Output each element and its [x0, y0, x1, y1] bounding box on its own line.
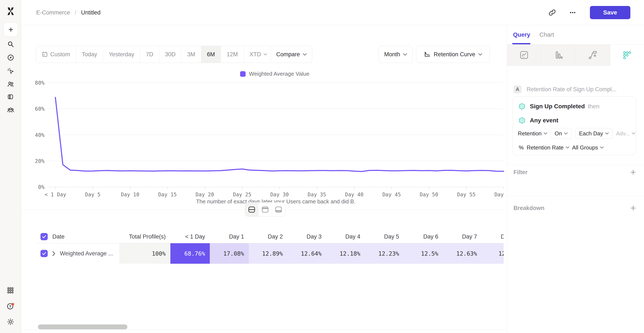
flows-icon: [588, 50, 598, 60]
left-nav-sidebar: ?: [0, 0, 21, 333]
query-step-born-event[interactable]: Sign Up Completed then: [519, 102, 600, 111]
row-label-cell[interactable]: Weighted Average ...: [36, 243, 119, 264]
tab-query[interactable]: Query: [513, 25, 530, 44]
report-type-retention[interactable]: [610, 45, 644, 66]
table-row: Weighted Average ... 100%68.76%17.08%12.…: [36, 243, 504, 264]
range-custom[interactable]: Custom: [36, 46, 76, 63]
date-toolbar: CustomTodayYesterday7D30D3M6M12MXTD Comp…: [21, 46, 507, 63]
layout-table-only-button[interactable]: [272, 203, 285, 216]
retention-cell-day-5[interactable]: 12.23%: [365, 243, 404, 264]
apps-grid-icon[interactable]: [7, 287, 14, 294]
top-header: E-Commerce / Untitled Save: [21, 0, 644, 25]
retention-cell-day-6[interactable]: 12.5%: [404, 243, 443, 264]
compare-button[interactable]: Compare: [271, 46, 312, 63]
y-axis-tick-label: 0%: [38, 184, 44, 190]
tab-chart[interactable]: Chart: [540, 25, 554, 44]
query-title[interactable]: Retention Rate of Sign Up Compl...: [527, 86, 616, 93]
select-all-checkbox[interactable]: [40, 233, 48, 240]
horizontal-scrollbar-thumb[interactable]: [38, 324, 127, 329]
range-12m[interactable]: 12M: [221, 46, 244, 63]
retention-cell-day-1[interactable]: 17.08%: [210, 243, 249, 264]
retention-cell-day-8[interactable]: 12.4%: [482, 243, 504, 264]
column-header-day-6[interactable]: Day 6: [404, 230, 443, 243]
step-badge: A: [514, 85, 522, 93]
range-today[interactable]: Today: [76, 46, 103, 63]
x-axis-tick-label: Day 35: [308, 192, 326, 198]
column-header-day-5[interactable]: Day 5: [365, 230, 404, 243]
chevron-down-icon: [605, 132, 609, 135]
legend-swatch: [240, 71, 246, 77]
date-column-header[interactable]: Date: [36, 230, 119, 243]
bucket-dropdown[interactable]: Each Day: [575, 128, 613, 139]
column-header-day-8[interactable]: Day 8: [482, 230, 504, 243]
retention-curve-icon: [424, 51, 430, 58]
retention-series-line[interactable]: [55, 97, 504, 172]
mixpanel-logo[interactable]: [6, 7, 15, 16]
column-header-day-3[interactable]: Day 3: [288, 230, 326, 243]
column-header--1-day[interactable]: < 1 Day: [170, 230, 210, 243]
column-header-day-1[interactable]: Day 1: [210, 230, 249, 243]
retention-type-dropdown[interactable]: Retention: [518, 130, 547, 137]
cohorts-group-icon[interactable]: [7, 106, 14, 113]
granularity-button[interactable]: Month: [379, 46, 412, 63]
report-type-flows[interactable]: [576, 45, 610, 66]
x-axis-tick-label: Day 15: [158, 192, 177, 198]
x-axis-tick-label: Day 10: [121, 192, 139, 198]
breadcrumb-project[interactable]: E-Commerce: [36, 9, 70, 16]
range-3m[interactable]: 3M: [182, 46, 201, 63]
groups-dropdown[interactable]: All Groups: [572, 144, 604, 151]
retention-cell-day-7[interactable]: 12.63%: [443, 243, 482, 264]
funnels-icon: [554, 50, 563, 60]
expand-row-icon[interactable]: [52, 251, 55, 256]
help-icon[interactable]: ?: [6, 302, 15, 311]
table-only-icon: [275, 206, 282, 213]
copy-link-icon[interactable]: [546, 7, 558, 19]
metric-dropdown[interactable]: Retention Rate: [527, 144, 569, 151]
retention-cell-day-4[interactable]: 12.18%: [326, 243, 365, 264]
add-filter-button[interactable]: [628, 168, 638, 177]
query-step-return-event[interactable]: Any event: [519, 116, 558, 125]
chevron-down-icon: [303, 53, 307, 56]
range-7d[interactable]: 7D: [140, 46, 159, 63]
retention-cell--1-day[interactable]: 68.76%: [170, 243, 210, 264]
chart-legend[interactable]: Weighted Average Value: [240, 71, 309, 77]
y-axis-tick-label: 20%: [35, 158, 44, 164]
retention-cell-day-2[interactable]: 12.89%: [249, 243, 288, 264]
chart-type-button[interactable]: Retention Curve: [416, 46, 490, 63]
settings-gear-icon[interactable]: [7, 318, 14, 325]
events-cursor-icon[interactable]: [7, 67, 14, 75]
layout-split-view-button[interactable]: [245, 203, 258, 216]
column-header-day-7[interactable]: Day 7: [443, 230, 482, 243]
discover-compass-icon[interactable]: [7, 54, 14, 61]
plus-icon: [630, 169, 637, 176]
layout-chart-only-button[interactable]: [258, 203, 272, 216]
y-axis-tick-label: 80%: [35, 80, 44, 86]
range-yesterday[interactable]: Yesterday: [103, 46, 140, 63]
report-type-funnels[interactable]: [541, 45, 576, 66]
retention-cell-total-profile-s-[interactable]: 100%: [119, 243, 170, 264]
check-icon: [42, 234, 47, 239]
column-header-day-2[interactable]: Day 2: [249, 230, 288, 243]
x-axis-tick-label: < 1 Day: [44, 192, 66, 198]
advanced-dropdown[interactable]: Adv...: [616, 130, 636, 137]
create-new-button[interactable]: [4, 23, 18, 37]
plus-icon: [8, 26, 14, 33]
boards-icon[interactable]: [7, 93, 14, 101]
breadcrumb-report-title[interactable]: Untitled: [81, 9, 101, 16]
users-icon[interactable]: [7, 81, 14, 88]
row-checkbox[interactable]: [40, 250, 48, 257]
column-header-total-profile-s-[interactable]: Total Profile(s): [119, 230, 170, 243]
horizontal-scrollbar-track: [21, 329, 507, 330]
range-30d[interactable]: 30D: [159, 46, 182, 63]
column-header-day-4[interactable]: Day 4: [326, 230, 365, 243]
search-icon[interactable]: [7, 41, 14, 48]
report-type-insights[interactable]: [507, 45, 541, 66]
retention-cell-day-3[interactable]: 12.64%: [288, 243, 326, 264]
event-hexagon-icon: [519, 103, 525, 110]
range-xtd[interactable]: XTD: [244, 46, 273, 63]
more-options-icon[interactable]: [567, 7, 578, 19]
add-breakdown-button[interactable]: [628, 203, 638, 213]
range-6m[interactable]: 6M: [201, 46, 221, 63]
save-button[interactable]: Save: [590, 6, 630, 19]
on-dropdown[interactable]: On: [550, 128, 572, 139]
